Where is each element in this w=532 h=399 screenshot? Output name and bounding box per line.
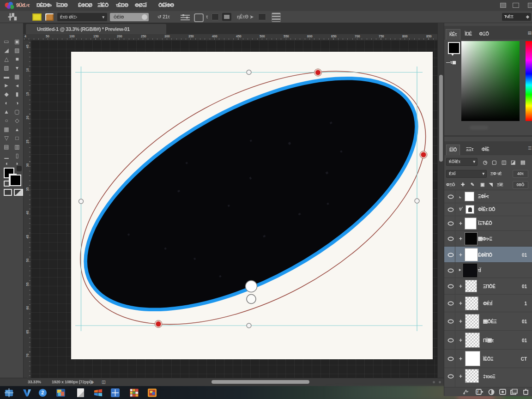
svg-text:f: f bbox=[477, 390, 479, 394]
svg-text:2: 2 bbox=[42, 390, 44, 395]
